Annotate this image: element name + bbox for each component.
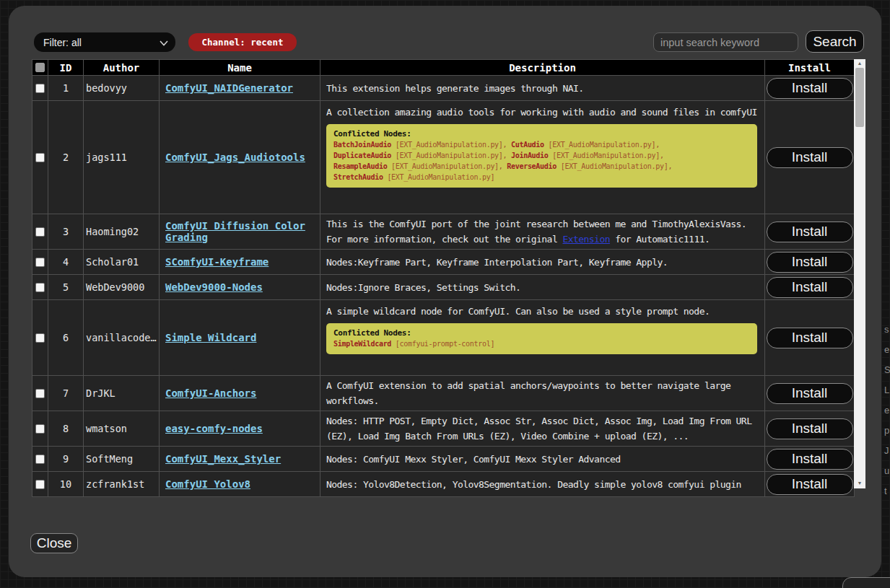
- header-description: Description: [320, 60, 765, 76]
- node-name-link[interactable]: ComfyUI Yolov8: [165, 478, 250, 490]
- node-name-link[interactable]: Simple Wildcard: [165, 332, 256, 343]
- row-id: 6: [48, 300, 84, 376]
- table-row: 2 jags111 ComfyUI_Jags_Audiotools A coll…: [32, 101, 855, 214]
- table-row: 5 WebDev9000 WebDev9000-Nodes Nodes:Igno…: [32, 275, 855, 300]
- node-name-link[interactable]: ComfyUI Diffusion Color Grading: [165, 220, 305, 243]
- background-partial-button: [842, 577, 890, 588]
- row-id: 4: [48, 250, 84, 275]
- conflict-warning: Conflicted Nodes: BatchJoinAudio[EXT_Aud…: [326, 124, 757, 188]
- node-name-link[interactable]: WebDev9000-Nodes: [165, 281, 263, 293]
- channel-button[interactable]: Channel: recent: [188, 33, 297, 51]
- row-description: This extension helps generate images thr…: [320, 76, 765, 101]
- background-menu-edge: s e S L e p J u t: [884, 320, 890, 501]
- row-checkbox[interactable]: [35, 480, 45, 489]
- table-row: 10 zcfrank1st ComfyUI Yolov8 Nodes: Yolo…: [32, 472, 855, 497]
- header-name: Name: [160, 60, 320, 76]
- row-author: jags111: [84, 101, 160, 214]
- conflict-warning: Conflicted Nodes: SimpleWildcard[comfyui…: [326, 323, 757, 354]
- row-author: WebDev9000: [84, 275, 160, 300]
- node-name-link[interactable]: ComfyUI_Jags_Audiotools: [165, 152, 305, 163]
- row-author: SoftMeng: [84, 447, 160, 472]
- install-button[interactable]: Install: [767, 147, 853, 168]
- filter-select[interactable]: Filter: all: [34, 32, 175, 52]
- row-checkbox[interactable]: [35, 455, 45, 464]
- node-name-link[interactable]: ComfyUI_Mexx_Styler: [165, 453, 281, 465]
- row-description: Nodes: HTTP POST, Empty Dict, Assoc Str,…: [320, 411, 765, 447]
- row-checkbox[interactable]: [35, 424, 45, 434]
- install-button[interactable]: Install: [767, 449, 853, 470]
- install-button[interactable]: Install: [767, 221, 853, 242]
- row-checkbox[interactable]: [35, 333, 45, 343]
- table-row: 3 Haoming02 ComfyUI Diffusion Color Grad…: [32, 214, 855, 250]
- scroll-up-icon[interactable]: ▲: [854, 59, 865, 68]
- row-description: This is the ComfyUI port of the joint re…: [320, 214, 765, 250]
- close-button[interactable]: Close: [30, 533, 78, 553]
- row-author: DrJKL: [84, 376, 160, 411]
- row-description: Nodes: ComfyUI Mexx Styler, ComfyUI Mexx…: [320, 447, 765, 472]
- row-description: A collection amazing audio tools for wor…: [320, 101, 765, 214]
- custom-nodes-grid: ID Author Name Description Install 1 bed…: [32, 59, 865, 488]
- scroll-down-icon[interactable]: ▼: [854, 479, 865, 488]
- row-id: 8: [48, 411, 84, 447]
- row-description: Nodes:Keyframe Part, Keyframe Interpolat…: [320, 250, 765, 275]
- search-input[interactable]: [653, 32, 798, 52]
- row-id: 1: [48, 76, 84, 101]
- search-button[interactable]: Search: [806, 30, 864, 53]
- row-checkbox[interactable]: [35, 258, 45, 267]
- row-id: 7: [48, 376, 84, 411]
- row-author: zcfrank1st: [84, 472, 160, 497]
- row-checkbox[interactable]: [35, 84, 45, 93]
- row-description: A simple wildcard node for ComfyUI. Can …: [320, 300, 765, 376]
- select-all-checkbox[interactable]: [35, 63, 45, 72]
- header-install: Install: [765, 60, 855, 76]
- row-checkbox[interactable]: [35, 389, 45, 398]
- node-name-link[interactable]: SComfyUI-Keyframe: [165, 256, 269, 268]
- row-author: wmatson: [84, 411, 160, 447]
- table-row: 6 vanillacode… Simple Wildcard A simple …: [32, 300, 855, 376]
- filter-select-value: Filter: all: [43, 37, 82, 48]
- table-row: 4 Scholar01 SComfyUI-Keyframe Nodes:Keyf…: [32, 250, 855, 275]
- row-id: 5: [48, 275, 84, 300]
- table-row: 8 wmatson easy-comfy-nodes Nodes: HTTP P…: [32, 411, 855, 447]
- table-header-row: ID Author Name Description Install: [32, 60, 855, 76]
- row-id: 10: [48, 472, 84, 497]
- row-author: vanillacode…: [84, 300, 160, 376]
- chevron-down-icon: [160, 37, 168, 48]
- install-custom-nodes-dialog: Filter: all Channel: recent Search ID Au…: [9, 6, 881, 577]
- row-author: bedovyy: [84, 76, 160, 101]
- row-id: 9: [48, 447, 84, 472]
- table-scrollbar[interactable]: ▲ ▼: [854, 59, 865, 488]
- install-button[interactable]: Install: [767, 383, 853, 404]
- row-checkbox[interactable]: [35, 153, 45, 162]
- row-description: A ComfyUI extension to add spatial ancho…: [320, 376, 765, 411]
- row-id: 2: [48, 101, 84, 214]
- row-description: Nodes: Yolov8Detection, Yolov8Segmentati…: [320, 472, 765, 497]
- node-name-link[interactable]: ComfyUI-Anchors: [165, 387, 256, 399]
- install-button[interactable]: Install: [767, 78, 853, 99]
- extension-link[interactable]: Extension: [562, 234, 610, 245]
- row-id: 3: [48, 214, 84, 250]
- node-name-link[interactable]: ComfyUI_NAIDGenerator: [165, 82, 293, 94]
- install-button[interactable]: Install: [767, 418, 853, 439]
- row-description: Nodes:Ignore Braces, Settings Switch.: [320, 275, 765, 300]
- table-row: 9 SoftMeng ComfyUI_Mexx_Styler Nodes: Co…: [32, 447, 855, 472]
- install-button[interactable]: Install: [767, 277, 853, 298]
- row-author: Haoming02: [84, 214, 160, 250]
- install-button[interactable]: Install: [767, 474, 853, 495]
- table-row: 1 bedovyy ComfyUI_NAIDGenerator This ext…: [32, 76, 855, 101]
- install-button[interactable]: Install: [767, 252, 853, 273]
- install-button[interactable]: Install: [767, 328, 853, 348]
- table-row: 7 DrJKL ComfyUI-Anchors A ComfyUI extens…: [32, 376, 855, 411]
- scrollbar-thumb[interactable]: [855, 68, 864, 127]
- row-checkbox[interactable]: [35, 227, 45, 237]
- row-author: Scholar01: [84, 250, 160, 275]
- header-id: ID: [48, 60, 84, 76]
- row-checkbox[interactable]: [35, 283, 45, 292]
- node-name-link[interactable]: easy-comfy-nodes: [165, 423, 263, 434]
- header-author: Author: [84, 60, 160, 76]
